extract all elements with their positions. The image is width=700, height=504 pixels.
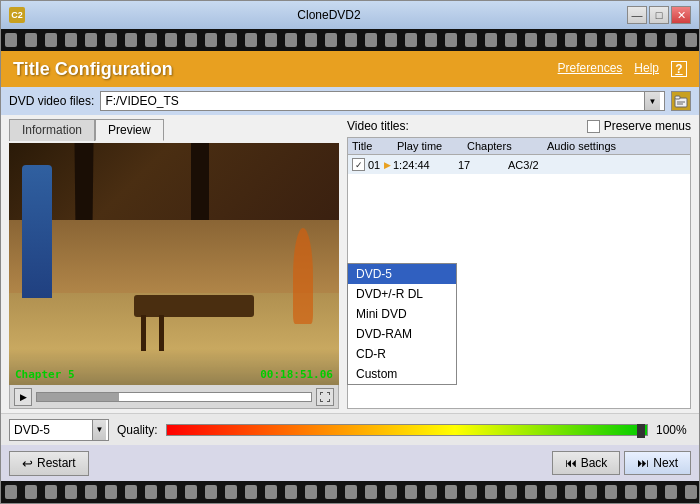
filmstrip-hole [545, 33, 557, 47]
filmstrip-hole [145, 33, 157, 47]
minimize-button[interactable]: — [627, 6, 647, 24]
scene-table-top [134, 295, 254, 317]
filmstrip-hole [185, 33, 197, 47]
filmstrip-hole [405, 485, 417, 499]
content-area: Information Preview [1, 115, 699, 413]
filmstrip-hole [565, 33, 577, 47]
filmstrip-hole [625, 485, 637, 499]
preserve-menus-checkbox[interactable] [587, 120, 600, 133]
video-preview: Chapter 5 00:18:51.06 [9, 143, 339, 385]
main-window: C2 CloneDVD2 — □ ✕ [0, 0, 700, 504]
filmstrip-hole [665, 33, 677, 47]
fullscreen-button[interactable] [316, 388, 334, 406]
dvd-path-combo[interactable]: F:/VIDEO_TS ▼ [100, 91, 665, 111]
filmstrip-hole [185, 485, 197, 499]
filmstrip-hole [85, 33, 97, 47]
filmstrip-hole [385, 485, 397, 499]
scene-walls [9, 220, 339, 293]
dropdown-item-dvdram[interactable]: DVD-RAM [348, 324, 456, 344]
preserve-menus-label: Preserve menus [604, 119, 691, 133]
dvd-files-row: DVD video files: F:/VIDEO_TS ▼ [1, 87, 699, 115]
dropdown-item-custom[interactable]: Custom [348, 364, 456, 384]
nav-right-buttons: ⏮ Back ⏭ Next [552, 451, 691, 475]
preserve-menus-row: Preserve menus [587, 119, 691, 133]
titles-table-header: Title Play time Chapters Audio settings [348, 138, 690, 155]
filmstrip-hole [425, 485, 437, 499]
video-scene [9, 143, 339, 385]
output-type-select[interactable]: DVD-5 ▼ [9, 419, 109, 441]
filmstrip-hole [65, 485, 77, 499]
dropdown-item-cdr[interactable]: CD-R [348, 344, 456, 364]
back-button[interactable]: ⏮ Back [552, 451, 621, 475]
filmstrip-hole [45, 485, 57, 499]
chapter-label: Chapter 5 [15, 368, 75, 381]
filmstrip-hole [165, 33, 177, 47]
filmstrip-hole [85, 485, 97, 499]
video-controls: ▶ [9, 385, 339, 409]
page-header: Title Configuration Preferences Help ? [1, 51, 699, 87]
filmstrip-hole [365, 485, 377, 499]
restart-button[interactable]: ↩ Restart [9, 451, 89, 476]
output-dropdown-menu[interactable]: DVD-5 DVD+/-R DL Mini DVD DVD-RAM CD-R C… [347, 263, 457, 385]
dropdown-item-dvdplusminus[interactable]: DVD+/-R DL [348, 284, 456, 304]
restart-label: Restart [37, 456, 76, 470]
filmstrip-hole [685, 33, 697, 47]
help-icon[interactable]: ? [671, 61, 687, 77]
dvd-browse-icon[interactable] [671, 91, 691, 111]
filmstrip-hole [225, 485, 237, 499]
filmstrip-hole [165, 485, 177, 499]
table-row[interactable]: ✓ 01 ▶ 1:24:44 17 AC3/2 [348, 155, 690, 174]
quality-marker [637, 424, 645, 438]
window-title: CloneDVD2 [31, 8, 627, 22]
filmstrip-hole [425, 33, 437, 47]
tab-information[interactable]: Information [9, 119, 95, 141]
filmstrip-hole [285, 33, 297, 47]
filmstrip-hole [245, 33, 257, 47]
scene-figure-left [22, 165, 52, 298]
next-button[interactable]: ⏭ Next [624, 451, 691, 475]
preferences-link[interactable]: Preferences [558, 61, 623, 77]
filmstrip-hole [545, 485, 557, 499]
back-label: Back [581, 456, 608, 470]
filmstrip-hole [285, 485, 297, 499]
scene-ceiling [9, 143, 339, 220]
progress-bar[interactable] [36, 392, 312, 402]
header-links: Preferences Help ? [558, 61, 687, 77]
filmstrip-hole [465, 485, 477, 499]
bottom-filmstrip [1, 481, 699, 503]
dropdown-item-minidvd[interactable]: Mini DVD [348, 304, 456, 324]
filmstrip-hole [645, 33, 657, 47]
help-link[interactable]: Help [634, 61, 659, 77]
timecode-label: 00:18:51.06 [260, 368, 333, 381]
filmstrip-hole [305, 485, 317, 499]
filmstrip-hole [125, 33, 137, 47]
title-checkbox[interactable]: ✓ [352, 158, 365, 171]
back-icon: ⏮ [565, 456, 577, 470]
filmstrip-hole [25, 485, 37, 499]
dvd-combo-arrow[interactable]: ▼ [644, 92, 660, 110]
svg-rect-1 [675, 96, 680, 99]
filmstrip-hole [245, 485, 257, 499]
filmstrip-hole [485, 485, 497, 499]
bottom-filmstrip-holes [5, 485, 695, 499]
video-titles-label: Video titles: [347, 119, 409, 133]
filmstrip-hole [505, 485, 517, 499]
play-button[interactable]: ▶ [14, 388, 32, 406]
close-button[interactable]: ✕ [671, 6, 691, 24]
filmstrip-hole [305, 33, 317, 47]
left-panel: Information Preview [9, 119, 339, 409]
filmstrip-hole [645, 485, 657, 499]
quality-bar [166, 424, 648, 436]
filmstrip-hole [145, 485, 157, 499]
quality-percent: 100% [656, 423, 691, 437]
title-audio: AC3/2 [508, 159, 686, 171]
nav-buttons-row: ↩ Restart ⏮ Back ⏭ Next [1, 445, 699, 481]
filmstrip-hole [265, 33, 277, 47]
output-select-arrow[interactable]: ▼ [92, 420, 106, 440]
filmstrip-hole [5, 33, 17, 47]
tab-preview[interactable]: Preview [95, 119, 164, 141]
maximize-button[interactable]: □ [649, 6, 669, 24]
dropdown-item-dvd5[interactable]: DVD-5 [348, 264, 456, 284]
bottom-row: DVD-5 ▼ Quality: 100% [1, 413, 699, 445]
title-num: 01 [368, 159, 384, 171]
